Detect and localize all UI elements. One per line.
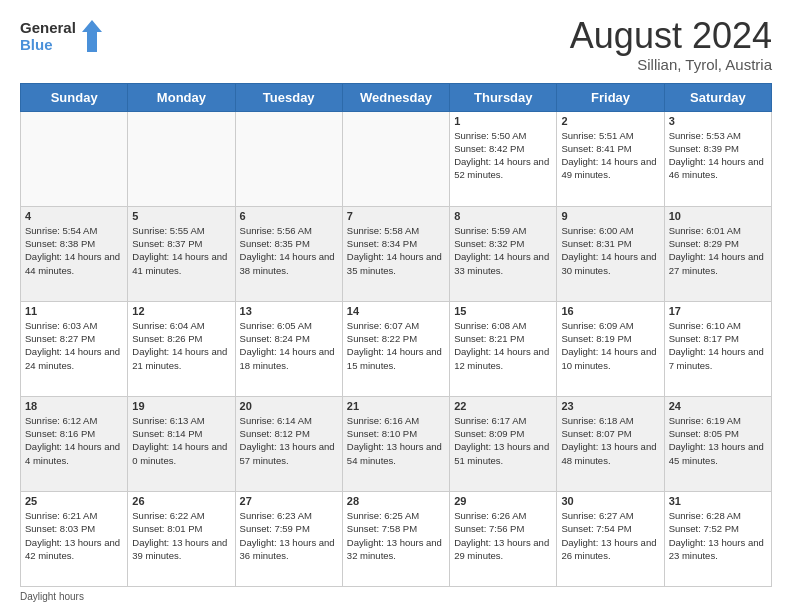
- day-cell: 8Sunrise: 5:59 AM Sunset: 8:32 PM Daylig…: [450, 206, 557, 301]
- day-cell: 30Sunrise: 6:27 AM Sunset: 7:54 PM Dayli…: [557, 491, 664, 586]
- day-number: 10: [669, 210, 767, 222]
- day-cell: 31Sunrise: 6:28 AM Sunset: 7:52 PM Dayli…: [664, 491, 771, 586]
- logo-svg: General Blue: [20, 16, 110, 58]
- day-info: Sunrise: 6:03 AM Sunset: 8:27 PM Dayligh…: [25, 319, 123, 372]
- day-cell: 19Sunrise: 6:13 AM Sunset: 8:14 PM Dayli…: [128, 396, 235, 491]
- day-cell: 1Sunrise: 5:50 AM Sunset: 8:42 PM Daylig…: [450, 111, 557, 206]
- day-cell: 15Sunrise: 6:08 AM Sunset: 8:21 PM Dayli…: [450, 301, 557, 396]
- day-info: Sunrise: 6:23 AM Sunset: 7:59 PM Dayligh…: [240, 509, 338, 562]
- col-sunday: Sunday: [21, 83, 128, 111]
- day-number: 3: [669, 115, 767, 127]
- day-info: Sunrise: 6:09 AM Sunset: 8:19 PM Dayligh…: [561, 319, 659, 372]
- day-number: 16: [561, 305, 659, 317]
- day-number: 1: [454, 115, 552, 127]
- week-row-3: 11Sunrise: 6:03 AM Sunset: 8:27 PM Dayli…: [21, 301, 772, 396]
- day-cell: 28Sunrise: 6:25 AM Sunset: 7:58 PM Dayli…: [342, 491, 449, 586]
- day-info: Sunrise: 5:50 AM Sunset: 8:42 PM Dayligh…: [454, 129, 552, 182]
- day-number: 26: [132, 495, 230, 507]
- day-info: Sunrise: 6:21 AM Sunset: 8:03 PM Dayligh…: [25, 509, 123, 562]
- day-number: 5: [132, 210, 230, 222]
- day-info: Sunrise: 5:58 AM Sunset: 8:34 PM Dayligh…: [347, 224, 445, 277]
- day-number: 29: [454, 495, 552, 507]
- header-row: Sunday Monday Tuesday Wednesday Thursday…: [21, 83, 772, 111]
- day-info: Sunrise: 5:59 AM Sunset: 8:32 PM Dayligh…: [454, 224, 552, 277]
- day-info: Sunrise: 6:18 AM Sunset: 8:07 PM Dayligh…: [561, 414, 659, 467]
- day-cell: 6Sunrise: 5:56 AM Sunset: 8:35 PM Daylig…: [235, 206, 342, 301]
- day-info: Sunrise: 6:27 AM Sunset: 7:54 PM Dayligh…: [561, 509, 659, 562]
- day-cell: 2Sunrise: 5:51 AM Sunset: 8:41 PM Daylig…: [557, 111, 664, 206]
- day-info: Sunrise: 6:14 AM Sunset: 8:12 PM Dayligh…: [240, 414, 338, 467]
- day-number: 7: [347, 210, 445, 222]
- day-number: 27: [240, 495, 338, 507]
- day-cell: [342, 111, 449, 206]
- svg-text:General: General: [20, 19, 76, 36]
- day-number: 21: [347, 400, 445, 412]
- day-number: 28: [347, 495, 445, 507]
- day-info: Sunrise: 6:22 AM Sunset: 8:01 PM Dayligh…: [132, 509, 230, 562]
- day-cell: 3Sunrise: 5:53 AM Sunset: 8:39 PM Daylig…: [664, 111, 771, 206]
- day-cell: 27Sunrise: 6:23 AM Sunset: 7:59 PM Dayli…: [235, 491, 342, 586]
- day-number: 31: [669, 495, 767, 507]
- day-info: Sunrise: 5:51 AM Sunset: 8:41 PM Dayligh…: [561, 129, 659, 182]
- day-info: Sunrise: 6:16 AM Sunset: 8:10 PM Dayligh…: [347, 414, 445, 467]
- header: General Blue August 2024 Sillian, Tyrol,…: [20, 16, 772, 73]
- day-cell: 14Sunrise: 6:07 AM Sunset: 8:22 PM Dayli…: [342, 301, 449, 396]
- svg-text:Blue: Blue: [20, 36, 53, 53]
- day-number: 30: [561, 495, 659, 507]
- day-number: 2: [561, 115, 659, 127]
- day-number: 23: [561, 400, 659, 412]
- day-info: Sunrise: 6:13 AM Sunset: 8:14 PM Dayligh…: [132, 414, 230, 467]
- day-number: 13: [240, 305, 338, 317]
- day-cell: 10Sunrise: 6:01 AM Sunset: 8:29 PM Dayli…: [664, 206, 771, 301]
- day-info: Sunrise: 6:19 AM Sunset: 8:05 PM Dayligh…: [669, 414, 767, 467]
- day-info: Sunrise: 5:54 AM Sunset: 8:38 PM Dayligh…: [25, 224, 123, 277]
- day-cell: 12Sunrise: 6:04 AM Sunset: 8:26 PM Dayli…: [128, 301, 235, 396]
- day-info: Sunrise: 5:56 AM Sunset: 8:35 PM Dayligh…: [240, 224, 338, 277]
- day-number: 4: [25, 210, 123, 222]
- day-cell: 26Sunrise: 6:22 AM Sunset: 8:01 PM Dayli…: [128, 491, 235, 586]
- day-info: Sunrise: 6:26 AM Sunset: 7:56 PM Dayligh…: [454, 509, 552, 562]
- day-cell: 11Sunrise: 6:03 AM Sunset: 8:27 PM Dayli…: [21, 301, 128, 396]
- day-cell: 23Sunrise: 6:18 AM Sunset: 8:07 PM Dayli…: [557, 396, 664, 491]
- day-number: 20: [240, 400, 338, 412]
- day-info: Sunrise: 6:05 AM Sunset: 8:24 PM Dayligh…: [240, 319, 338, 372]
- day-cell: 5Sunrise: 5:55 AM Sunset: 8:37 PM Daylig…: [128, 206, 235, 301]
- day-number: 12: [132, 305, 230, 317]
- day-info: Sunrise: 6:17 AM Sunset: 8:09 PM Dayligh…: [454, 414, 552, 467]
- day-info: Sunrise: 6:12 AM Sunset: 8:16 PM Dayligh…: [25, 414, 123, 467]
- col-wednesday: Wednesday: [342, 83, 449, 111]
- col-tuesday: Tuesday: [235, 83, 342, 111]
- day-number: 6: [240, 210, 338, 222]
- day-cell: 9Sunrise: 6:00 AM Sunset: 8:31 PM Daylig…: [557, 206, 664, 301]
- day-cell: [128, 111, 235, 206]
- day-info: Sunrise: 5:55 AM Sunset: 8:37 PM Dayligh…: [132, 224, 230, 277]
- day-cell: 25Sunrise: 6:21 AM Sunset: 8:03 PM Dayli…: [21, 491, 128, 586]
- day-number: 11: [25, 305, 123, 317]
- col-thursday: Thursday: [450, 83, 557, 111]
- day-cell: 22Sunrise: 6:17 AM Sunset: 8:09 PM Dayli…: [450, 396, 557, 491]
- week-row-5: 25Sunrise: 6:21 AM Sunset: 8:03 PM Dayli…: [21, 491, 772, 586]
- day-cell: 21Sunrise: 6:16 AM Sunset: 8:10 PM Dayli…: [342, 396, 449, 491]
- day-number: 24: [669, 400, 767, 412]
- day-cell: 17Sunrise: 6:10 AM Sunset: 8:17 PM Dayli…: [664, 301, 771, 396]
- day-cell: 29Sunrise: 6:26 AM Sunset: 7:56 PM Dayli…: [450, 491, 557, 586]
- week-row-1: 1Sunrise: 5:50 AM Sunset: 8:42 PM Daylig…: [21, 111, 772, 206]
- calendar-table: Sunday Monday Tuesday Wednesday Thursday…: [20, 83, 772, 587]
- day-cell: 7Sunrise: 5:58 AM Sunset: 8:34 PM Daylig…: [342, 206, 449, 301]
- week-row-4: 18Sunrise: 6:12 AM Sunset: 8:16 PM Dayli…: [21, 396, 772, 491]
- month-title: August 2024: [570, 16, 772, 56]
- day-cell: 20Sunrise: 6:14 AM Sunset: 8:12 PM Dayli…: [235, 396, 342, 491]
- col-saturday: Saturday: [664, 83, 771, 111]
- logo: General Blue: [20, 16, 110, 58]
- day-info: Sunrise: 6:01 AM Sunset: 8:29 PM Dayligh…: [669, 224, 767, 277]
- week-row-2: 4Sunrise: 5:54 AM Sunset: 8:38 PM Daylig…: [21, 206, 772, 301]
- svg-marker-2: [82, 20, 102, 52]
- day-number: 15: [454, 305, 552, 317]
- day-cell: [235, 111, 342, 206]
- day-cell: 24Sunrise: 6:19 AM Sunset: 8:05 PM Dayli…: [664, 396, 771, 491]
- day-number: 18: [25, 400, 123, 412]
- day-info: Sunrise: 6:04 AM Sunset: 8:26 PM Dayligh…: [132, 319, 230, 372]
- footer-note: Daylight hours: [20, 591, 772, 602]
- day-info: Sunrise: 6:00 AM Sunset: 8:31 PM Dayligh…: [561, 224, 659, 277]
- day-info: Sunrise: 6:10 AM Sunset: 8:17 PM Dayligh…: [669, 319, 767, 372]
